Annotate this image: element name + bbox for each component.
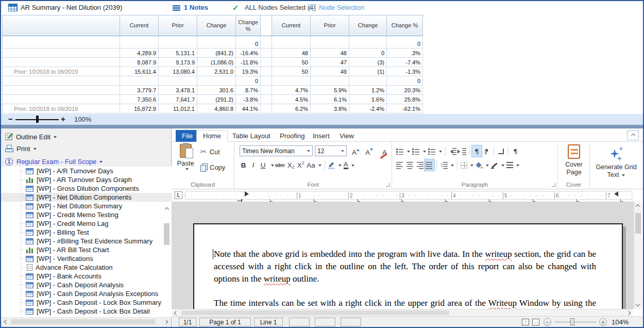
grid-header[interactable]: Current <box>272 15 311 36</box>
zoom-out-button[interactable]: − <box>544 318 551 326</box>
clear-formatting-button[interactable]: A <box>380 146 389 158</box>
notes-button[interactable]: 1 Notes <box>184 4 208 11</box>
grid-header[interactable]: Prior <box>311 15 349 36</box>
scroll-down-arrow[interactable] <box>636 302 640 306</box>
decrease-indent-button[interactable] <box>448 145 457 157</box>
increase-indent-button[interactable] <box>457 145 467 157</box>
cut-button[interactable]: ✂ Cut <box>200 146 220 157</box>
border-pen-button[interactable] <box>490 159 505 171</box>
font-size-select[interactable]: 12 <box>315 145 347 156</box>
tree-item[interactable]: [WP] - Cash Deposit Analysis <box>1 281 172 289</box>
tree-item[interactable]: [WP] - Cash Deposit Analysis Exceptions <box>1 289 172 298</box>
fit-page-icon[interactable]: ↕ <box>522 319 529 325</box>
tree-item[interactable]: [WP] - AR Bill Test Chart <box>1 245 172 254</box>
right-indent-marker[interactable] <box>612 191 618 196</box>
page-count-box[interactable]: Page 1 of 1 <box>199 318 251 326</box>
tree-item[interactable]: [WP] - A/R Turnover Days <box>1 167 172 175</box>
zoom-percent-label[interactable]: 104% <box>612 318 629 326</box>
grid-header[interactable]: Current <box>120 15 159 36</box>
grid-header[interactable]: Change % <box>387 15 423 36</box>
copy-button[interactable]: Copy <box>200 161 225 173</box>
paste-button[interactable]: Paste <box>175 144 196 181</box>
outline-horizontal-scrollbar[interactable] <box>2 317 171 325</box>
shading-button[interactable] <box>474 159 490 171</box>
font-color-button[interactable]: A <box>343 159 355 171</box>
grid-header[interactable]: Change <box>197 15 236 36</box>
cover-page-button[interactable]: Cover Page <box>561 144 587 176</box>
tree-item[interactable]: [WP] - Bank Accounts <box>1 272 172 281</box>
tab-insert[interactable]: Insert <box>307 130 336 142</box>
grid-header[interactable]: Change <box>349 15 387 36</box>
align-center-button[interactable] <box>405 159 415 171</box>
document-horizontal-scrollbar[interactable] <box>172 309 633 316</box>
nodes-selected-button[interactable]: ALL Nodes Selected (4) <box>245 4 316 11</box>
numbered-list-button[interactable] <box>411 145 427 157</box>
show-formatting-button[interactable]: ¶ <box>511 145 520 157</box>
first-line-indent-marker[interactable] <box>245 191 251 196</box>
zoom-slider-thumb[interactable] <box>36 116 39 123</box>
shrink-font-button[interactable]: A <box>364 146 374 158</box>
tree-item[interactable]: [WP] - Credit Memo Lag <box>1 219 172 228</box>
scroll-up-arrow[interactable] <box>636 204 640 208</box>
highlight-button[interactable] <box>327 159 343 171</box>
line-number-box[interactable]: Line 1 <box>254 318 283 326</box>
right-to-left-button[interactable]: ¶ <box>482 145 492 157</box>
vertical-scrollbar-thumb[interactable] <box>164 223 170 245</box>
tree-item[interactable]: Advance Rate Calculation <box>1 263 172 272</box>
bullet-list-button[interactable] <box>395 145 411 157</box>
italic-button[interactable]: I <box>248 159 258 171</box>
text-direction-button[interactable] <box>496 145 506 157</box>
horizontal-scrollbar-thumb[interactable] <box>11 319 155 324</box>
left-to-right-button[interactable]: ¶ <box>472 145 482 157</box>
paragraph-dialog-launcher[interactable] <box>552 183 555 187</box>
tree-item[interactable]: [WP] - #Billing Test Evidence Summary <box>1 237 172 245</box>
horizontal-scrollbar-thumb[interactable] <box>181 310 449 315</box>
print-button[interactable]: Print <box>5 143 37 154</box>
grow-font-button[interactable]: A <box>351 146 361 158</box>
tree-item[interactable]: [WP] - Verifications <box>1 254 172 263</box>
bold-button[interactable]: B <box>239 159 248 171</box>
font-dialog-launcher[interactable] <box>386 183 389 187</box>
node-selection-button[interactable]: Node Selection <box>319 4 364 11</box>
document-vertical-scrollbar[interactable] <box>634 202 642 309</box>
tab-proofing[interactable]: Proofing <box>274 130 311 142</box>
underline-button[interactable]: U <box>258 159 268 171</box>
zoom-slider-thumb[interactable] <box>570 318 574 325</box>
vertical-scrollbar-thumb[interactable] <box>635 213 641 234</box>
tree-item[interactable]: [WP] - Net Dilution Summary <box>1 202 172 210</box>
scroll-left-arrow[interactable] <box>4 320 8 324</box>
document-page[interactable]: Note that the above grid is embedded int… <box>193 223 623 309</box>
borders-button[interactable] <box>460 159 474 171</box>
tree-item[interactable]: [WP] - Cash Deposit - Lock Box Detail <box>1 307 172 316</box>
multilevel-list-button[interactable] <box>427 145 443 157</box>
strikethrough-button[interactable]: abe <box>274 159 286 171</box>
zoom-out-button[interactable]: − <box>8 114 13 123</box>
superscript-button[interactable]: X2 <box>296 159 306 171</box>
collapse-ribbon-button[interactable] <box>627 130 639 140</box>
line-spacing-button[interactable]: ↕ <box>439 159 455 171</box>
tree-item[interactable]: [WP] - Cash Deposit - Lock Box Summary <box>1 298 172 307</box>
tree-item[interactable]: [WP] - AR Turnover Days Graph <box>1 175 172 184</box>
tree-item[interactable]: [WP] - Billing Test <box>1 228 172 237</box>
grid-header[interactable]: Prior <box>159 15 197 36</box>
justify-button[interactable] <box>425 159 434 171</box>
generate-grid-text-button[interactable]: Generate Grid Text <box>594 146 638 179</box>
align-left-button[interactable] <box>395 159 405 171</box>
line-style-button[interactable] <box>505 159 520 171</box>
scroll-right-arrow[interactable] <box>626 311 631 315</box>
align-right-button[interactable] <box>415 159 425 171</box>
scroll-right-arrow[interactable] <box>164 320 168 324</box>
font-family-select[interactable]: Times New Roman <box>240 145 313 156</box>
subscript-button[interactable]: X2 <box>286 159 296 171</box>
zoom-in-button[interactable]: + <box>61 114 65 123</box>
scope-selector[interactable]: 1 Regular Exam - Full Scope <box>5 156 103 167</box>
scroll-left-arrow[interactable] <box>174 311 178 315</box>
tree-item[interactable]: [WP] - Gross Dilution Components <box>1 184 172 193</box>
page-fraction-box[interactable]: 1/1 <box>179 318 196 326</box>
tab-table-layout[interactable]: Table Layout <box>226 130 277 142</box>
tab-file[interactable]: File <box>176 130 199 142</box>
tree-item-selected[interactable]: [WP] - Net Dilution Components <box>1 193 172 202</box>
change-case-button[interactable]: Aa <box>306 159 323 171</box>
tab-home[interactable]: Home <box>196 130 228 142</box>
tab-selector-button[interactable]: L <box>175 191 182 199</box>
